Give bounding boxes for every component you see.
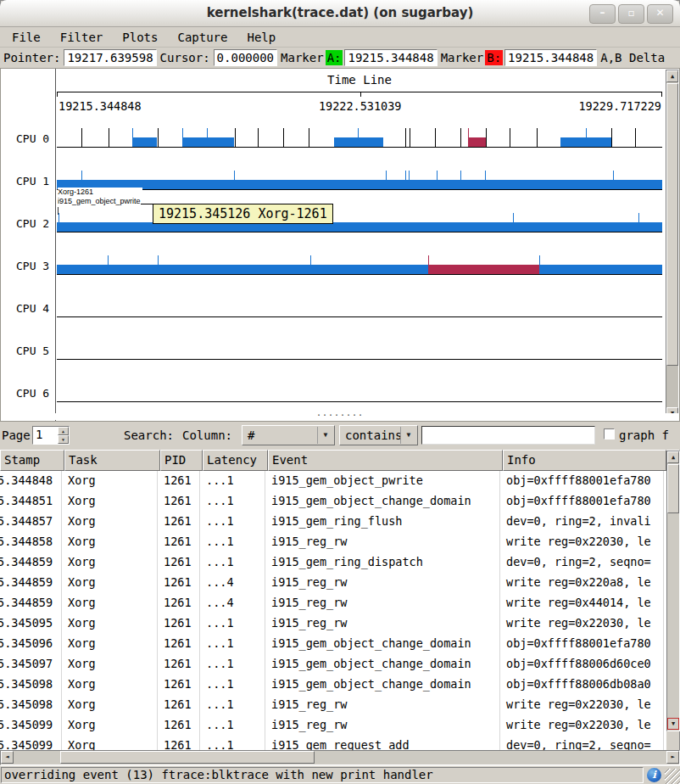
- table-row[interactable]: 5.344859Xorg1261...4i915_reg_rwwrite reg…: [0, 593, 666, 613]
- spin-up-icon[interactable]: ▲: [58, 427, 69, 435]
- event-tick[interactable]: [235, 128, 236, 147]
- cell-task: Xorg: [62, 634, 158, 654]
- chevron-down-icon[interactable]: ▼: [317, 427, 333, 444]
- task-bar[interactable]: [182, 137, 234, 147]
- cpu-label-6: CPU 6: [16, 387, 49, 400]
- event-tick[interactable]: [309, 128, 309, 147]
- event-tick[interactable]: [486, 128, 487, 147]
- task-bar[interactable]: [132, 137, 157, 147]
- cell-stamp: 5.345097: [0, 654, 62, 675]
- graph-scrollbar-track[interactable]: [666, 366, 678, 409]
- table-row[interactable]: 5.344858Xorg1261...1i915_reg_rwwrite reg…: [0, 532, 666, 552]
- event-tick[interactable]: [611, 128, 612, 147]
- cell-event: i915_reg_rw: [265, 573, 500, 593]
- title-bar[interactable]: kernelshark(trace.dat) (on sugarbay) – ▫…: [0, 0, 680, 27]
- menu-item-filter[interactable]: Filter: [53, 29, 111, 46]
- timeline-plot[interactable]: Time Line 19215.344848 19222.531039 1922…: [57, 69, 662, 421]
- table-row[interactable]: 5.345097Xorg1261...1i915_gem_object_chan…: [0, 654, 666, 675]
- column-header-task[interactable]: Task: [64, 450, 160, 471]
- hscrollbar-thumb[interactable]: [60, 751, 315, 764]
- marker-a-label: Marker: [281, 51, 324, 64]
- column-header-pid[interactable]: PID: [160, 450, 203, 471]
- cell-info: write reg=0x22030, le: [500, 695, 664, 715]
- table-scrollbar-thumb[interactable]: [667, 464, 679, 513]
- annotation-task: Xorg-1261: [58, 188, 141, 197]
- tooltip-pointer-line: [141, 204, 153, 204]
- minimize-button[interactable]: –: [589, 4, 616, 24]
- scroll-down-icon[interactable]: ▼: [667, 718, 679, 730]
- timeline-tooltip: 19215.345126 Xorg-1261: [153, 204, 333, 224]
- marker-info-bar: Pointer: 19217.639598 Cursor: 0.000000 M…: [0, 48, 680, 68]
- task-bar[interactable]: [560, 137, 611, 147]
- column-header-stamp[interactable]: Stamp: [0, 450, 64, 471]
- scroll-up-icon[interactable]: ▲: [667, 451, 679, 463]
- table-row[interactable]: 5.345098Xorg1261...1i915_gem_object_chan…: [0, 675, 666, 695]
- table-header: StampTaskPIDLatencyEventInfo: [0, 450, 680, 471]
- scroll-left-icon[interactable]: ◄: [1, 751, 14, 764]
- event-tick[interactable]: [510, 128, 510, 147]
- task-bar[interactable]: [57, 265, 662, 274]
- graph-scrollbar-thumb[interactable]: [666, 83, 678, 366]
- spin-down-icon[interactable]: ▼: [58, 435, 69, 444]
- event-table[interactable]: 5.344848Xorg1261...1i915_gem_object_pwri…: [0, 471, 666, 750]
- scroll-right-icon[interactable]: ►: [666, 751, 679, 764]
- table-row[interactable]: 5.344859Xorg1261...4i915_reg_rwwrite reg…: [0, 573, 666, 593]
- graph-follows-checkbox[interactable]: [604, 428, 615, 440]
- menu-item-help[interactable]: Help: [239, 29, 283, 46]
- table-row[interactable]: 5.344848Xorg1261...1i915_gem_object_pwri…: [0, 471, 666, 491]
- chevron-down-icon[interactable]: ▼: [400, 427, 416, 444]
- cell-latency: ...4: [200, 573, 265, 593]
- event-tick[interactable]: [460, 128, 461, 147]
- menu-item-file[interactable]: File: [4, 29, 48, 46]
- table-row[interactable]: 5.345095Xorg1261...1i915_reg_rwwrite reg…: [0, 613, 666, 634]
- table-vertical-scrollbar[interactable]: ▲ ▼: [666, 451, 680, 731]
- table-row[interactable]: 5.344851Xorg1261...1i915_gem_object_chan…: [0, 491, 666, 512]
- info-icon[interactable]: i: [647, 768, 661, 782]
- cell-task: Xorg: [62, 695, 158, 715]
- task-bar[interactable]: [468, 137, 486, 147]
- event-tick[interactable]: [635, 128, 636, 147]
- column-header-latency[interactable]: Latency: [203, 450, 268, 471]
- table-row[interactable]: 5.344859Xorg1261...1i915_gem_ring_dispat…: [0, 552, 666, 573]
- cell-task: Xorg: [62, 512, 158, 532]
- cell-task: Xorg: [62, 593, 158, 613]
- timeline-graph-pane[interactable]: CPU 0CPU 1CPU 2CPU 3CPU 4CPU 5CPU 6 Time…: [0, 68, 680, 422]
- search-input[interactable]: [421, 426, 595, 445]
- match-select[interactable]: contains ▼: [339, 425, 418, 445]
- maximize-button[interactable]: ▫: [618, 4, 644, 24]
- pane-splitter-handle[interactable]: ········: [1, 413, 679, 420]
- scroll-up-icon[interactable]: ▲: [666, 70, 678, 82]
- column-select[interactable]: # ▼: [242, 425, 335, 445]
- event-tick[interactable]: [258, 128, 259, 147]
- event-tick[interactable]: [435, 128, 436, 147]
- event-tick[interactable]: [158, 128, 159, 147]
- table-row[interactable]: 5.345099Xorg1261...1i915_gem_request_add…: [0, 736, 666, 750]
- cell-latency: ...1: [200, 736, 265, 750]
- status-message: overriding event (13) ftrace:blktrace wi…: [1, 767, 644, 783]
- table-row[interactable]: 5.345096Xorg1261...1i915_gem_object_chan…: [0, 634, 666, 654]
- task-bar[interactable]: [428, 265, 539, 274]
- menu-item-plots[interactable]: Plots: [114, 29, 165, 46]
- event-tick[interactable]: [405, 128, 406, 147]
- page-spinbox[interactable]: 1 ▲ ▼: [32, 426, 70, 445]
- cell-pid: 1261: [158, 654, 200, 675]
- table-row[interactable]: 5.345098Xorg1261...1i915_reg_rwwrite reg…: [0, 695, 666, 715]
- task-bar[interactable]: [334, 137, 383, 147]
- task-bar[interactable]: [57, 180, 662, 189]
- table-horizontal-scrollbar[interactable]: ◄ ►: [0, 750, 680, 765]
- resize-grip[interactable]: [665, 769, 680, 784]
- event-tick[interactable]: [81, 128, 82, 147]
- menu-item-capture[interactable]: Capture: [170, 29, 235, 46]
- event-tick[interactable]: [109, 128, 109, 147]
- column-header-event[interactable]: Event: [268, 450, 503, 471]
- cell-task: Xorg: [62, 573, 158, 593]
- column-header-info[interactable]: Info: [503, 450, 666, 471]
- task-bar[interactable]: [57, 222, 662, 232]
- event-tick[interactable]: [537, 128, 538, 147]
- event-tick[interactable]: [283, 128, 284, 147]
- table-row[interactable]: 5.344857Xorg1261...1i915_gem_ring_flushd…: [0, 512, 666, 532]
- graph-vertical-scrollbar[interactable]: ▲ ▼: [666, 70, 679, 420]
- table-row[interactable]: 5.345099Xorg1261...1i915_reg_rwwrite reg…: [0, 715, 666, 736]
- event-tick[interactable]: [410, 128, 410, 147]
- close-button[interactable]: ✕: [647, 4, 673, 24]
